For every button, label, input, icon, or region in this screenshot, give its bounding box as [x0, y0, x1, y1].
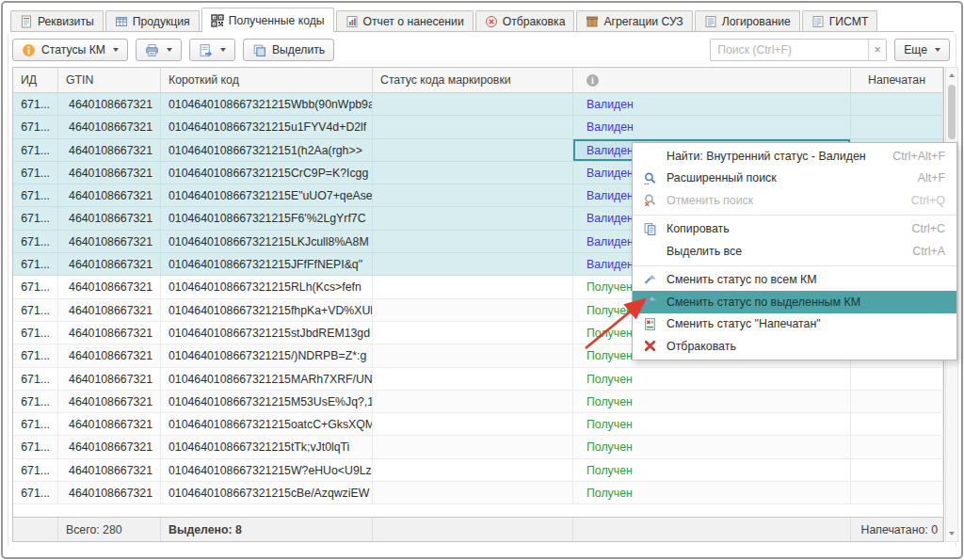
cell-short-code[interactable]: 0104640108667321215CrC9P=K?Icgg	[161, 162, 373, 184]
cell-printed[interactable]	[851, 413, 943, 435]
cell-gtin[interactable]: 4640108667321	[58, 368, 161, 390]
cell-marking-status[interactable]	[373, 231, 573, 252]
column-header-internal-status[interactable]: i	[573, 68, 851, 92]
table-row[interactable]: 671...46401086673210104640108667321215MA…	[13, 368, 943, 391]
cell-printed[interactable]	[851, 391, 943, 412]
cell-marking-status[interactable]	[373, 322, 573, 344]
table-row[interactable]: 671...46401086673210104640108667321215oa…	[13, 413, 943, 436]
cell-internal-status[interactable]: Валиден	[573, 116, 851, 137]
table-row[interactable]: 671...46401086673210104640108667321215W?…	[13, 459, 943, 482]
cell-internal-status[interactable]: Получен	[573, 482, 851, 504]
cell-marking-status[interactable]	[373, 139, 573, 161]
cell-internal-status[interactable]: Получен	[573, 436, 851, 457]
menu-item-9[interactable]: Сменить статус "Напечатан"	[633, 313, 956, 336]
cell-gtin[interactable]: 4640108667321	[58, 276, 161, 297]
cell-marking-status[interactable]	[373, 162, 573, 184]
cell-id[interactable]: 671...	[13, 459, 58, 481]
column-header-id[interactable]: ИД	[13, 68, 58, 92]
cell-gtin[interactable]: 4640108667321	[58, 482, 161, 504]
menu-item-1[interactable]: Расширенный поискAlt+F	[633, 168, 956, 190]
menu-item-7[interactable]: Сменить статус по всем КМ	[633, 269, 956, 292]
table-row[interactable]: 671...46401086673210104640108667321215tT…	[13, 436, 943, 458]
menu-item-4[interactable]: КопироватьCtrl+C	[633, 218, 956, 241]
cell-printed[interactable]	[851, 93, 943, 115]
scroll-up-icon[interactable]	[946, 69, 957, 82]
cell-gtin[interactable]: 4640108667321	[58, 139, 161, 161]
column-header-short-code[interactable]: Короткий код	[161, 68, 373, 92]
cell-short-code[interactable]: 0104640108667321215E"uUO7+qeAse	[161, 184, 373, 206]
cell-marking-status[interactable]	[373, 482, 573, 504]
cell-id[interactable]: 671...	[13, 276, 58, 297]
cell-id[interactable]: 671...	[13, 368, 58, 390]
cell-marking-status[interactable]	[373, 299, 573, 321]
cell-short-code[interactable]: 0104640108667321215W?eHUo<U9Lzd	[161, 459, 373, 481]
cell-marking-status[interactable]	[373, 368, 573, 390]
cell-gtin[interactable]: 4640108667321	[58, 184, 161, 206]
cell-printed[interactable]	[851, 368, 943, 390]
tab-4[interactable]: Отбраковка	[475, 10, 575, 31]
tab-7[interactable]: ГИСМТ	[802, 10, 878, 31]
cell-gtin[interactable]: 4640108667321	[58, 116, 161, 137]
cell-gtin[interactable]: 4640108667321	[58, 459, 161, 481]
cell-short-code[interactable]: 0104640108667321215stJbdREM13gd	[161, 322, 373, 344]
cell-marking-status[interactable]	[373, 276, 573, 297]
cell-short-code[interactable]: 0104640108667321215Wbb(90nWpb9a	[161, 93, 373, 115]
menu-item-0[interactable]: Найти: Внутренний статус - ВалиденCtrl+A…	[633, 145, 956, 168]
cell-marking-status[interactable]	[373, 207, 573, 229]
scrollbar-thumb[interactable]	[948, 85, 956, 139]
cell-printed[interactable]	[851, 482, 943, 504]
cell-short-code[interactable]: 0104640108667321215oatcC+GksXQM	[161, 413, 373, 435]
cell-internal-status[interactable]: Получен	[573, 391, 851, 412]
cell-marking-status[interactable]	[373, 253, 573, 275]
cell-gtin[interactable]: 4640108667321	[58, 322, 161, 344]
cell-internal-status[interactable]: Получен	[573, 368, 851, 390]
cell-id[interactable]: 671...	[13, 231, 58, 252]
column-header-printed[interactable]: Напечатан	[851, 68, 943, 92]
tab-5[interactable]: Агрегации СУЗ	[576, 10, 692, 31]
cell-marking-status[interactable]	[373, 459, 573, 481]
menu-item-8[interactable]: Сменить статус по выделенным КМ	[633, 291, 956, 313]
cell-gtin[interactable]: 4640108667321	[58, 344, 161, 366]
tab-1[interactable]: Продукция	[105, 10, 200, 31]
cell-gtin[interactable]: 4640108667321	[58, 231, 161, 252]
cell-id[interactable]: 671...	[13, 93, 58, 115]
cell-marking-status[interactable]	[373, 413, 573, 435]
cell-printed[interactable]	[851, 436, 943, 457]
search-input[interactable]	[711, 40, 868, 60]
tab-3[interactable]: Отчет о нанесении	[336, 10, 474, 31]
cell-id[interactable]: 671...	[13, 116, 58, 137]
column-header-marking-status[interactable]: Статус кода маркировки	[373, 68, 573, 92]
cell-short-code[interactable]: 0104640108667321215/)NDRPB=Z*:g	[161, 344, 373, 366]
cell-gtin[interactable]: 4640108667321	[58, 436, 161, 457]
cell-marking-status[interactable]	[373, 93, 573, 115]
cell-id[interactable]: 671...	[13, 139, 58, 161]
cell-id[interactable]: 671...	[13, 436, 58, 457]
menu-item-10[interactable]: Отбраковать	[633, 335, 956, 358]
cell-id[interactable]: 671...	[13, 391, 58, 412]
cell-printed[interactable]	[851, 459, 943, 481]
scroll-down-icon[interactable]	[946, 527, 957, 540]
clear-search-button[interactable]: ×	[868, 40, 886, 60]
table-row[interactable]: 671...46401086673210104640108667321215cB…	[13, 482, 943, 504]
cell-short-code[interactable]: 0104640108667321215fhpKa+VD%XUb	[161, 299, 373, 321]
cell-gtin[interactable]: 4640108667321	[58, 299, 161, 321]
cell-marking-status[interactable]	[373, 184, 573, 206]
cell-internal-status[interactable]: Валиден	[573, 93, 851, 115]
cell-id[interactable]: 671...	[13, 207, 58, 229]
cell-marking-status[interactable]	[373, 116, 573, 137]
cell-gtin[interactable]: 4640108667321	[58, 162, 161, 184]
cell-short-code[interactable]: 0104640108667321215F6'%2LgYrf7C	[161, 207, 373, 229]
cell-gtin[interactable]: 4640108667321	[58, 207, 161, 229]
cell-short-code[interactable]: 0104640108667321215tTk;vJt0lqTi	[161, 436, 373, 457]
table-row[interactable]: 671...46401086673210104640108667321215Wb…	[13, 93, 943, 116]
cell-short-code[interactable]: 0104640108667321215MARh7XRF/UNQ	[161, 368, 373, 390]
column-header-gtin[interactable]: GTIN	[58, 68, 161, 92]
more-button[interactable]: Еще	[894, 39, 950, 61]
cell-short-code[interactable]: 0104640108667321215JFfFfNEPI&q"	[161, 253, 373, 275]
cell-id[interactable]: 671...	[13, 253, 58, 275]
cell-gtin[interactable]: 4640108667321	[58, 93, 161, 115]
cell-id[interactable]: 671...	[13, 482, 58, 504]
cell-id[interactable]: 671...	[13, 322, 58, 344]
tab-6[interactable]: Логирование	[695, 10, 800, 31]
cell-internal-status[interactable]: Получен	[573, 459, 851, 481]
